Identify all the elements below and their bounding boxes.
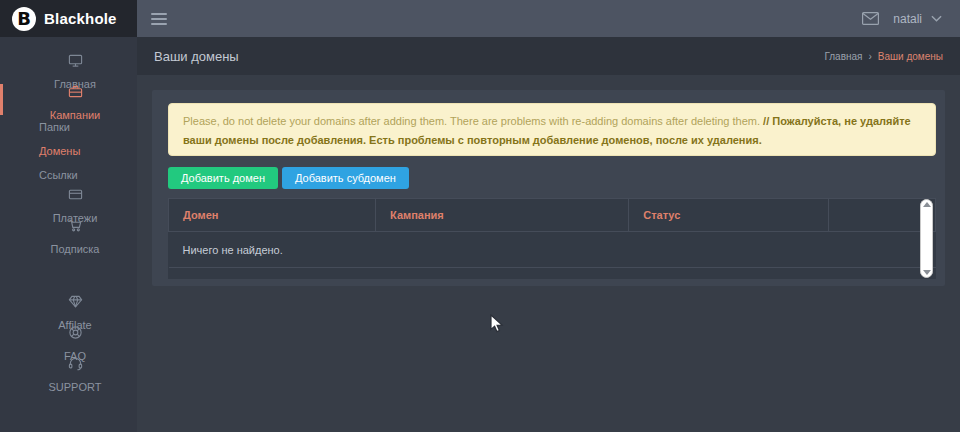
sidebar-item-affiliate[interactable]: Affilate	[0, 294, 137, 325]
brand-logo-icon: B	[12, 7, 36, 31]
column-header-campaign[interactable]: Кампания	[376, 199, 629, 232]
empty-table-message: Ничего не найдено.	[169, 232, 936, 268]
sidebar-item-label: Подписка	[51, 243, 100, 255]
cart-icon	[68, 218, 83, 233]
sidebar-item-label: Ссылки	[39, 169, 78, 181]
headset-icon	[68, 356, 83, 371]
actions-row: Добавить домен Добавить субдомен	[168, 167, 936, 189]
sidebar-item-campaigns[interactable]: Кампании	[0, 84, 137, 115]
sidebar-item-payments[interactable]: Платежи	[0, 187, 137, 218]
sidebar-item-label: Кампании	[50, 109, 101, 121]
sidebar-item-links[interactable]: Ссылки	[0, 163, 137, 187]
main-area: natali Ваши домены Главная › Ваши домены…	[137, 0, 960, 432]
page-title: Ваши домены	[154, 49, 239, 64]
diamond-icon	[68, 294, 83, 309]
alert-text-en: Please, do not delete your domains after…	[183, 115, 763, 127]
sidebar: B Blackhole Главная Кампании Папки Домен…	[0, 0, 137, 432]
domains-table-container: Домен Кампания Статус Ничего не найдено.	[168, 198, 936, 279]
brand-logo[interactable]: B Blackhole	[0, 0, 137, 37]
table-header-row: Домен Кампания Статус	[169, 199, 936, 232]
sidebar-item-subscription[interactable]: Подписка	[0, 218, 137, 249]
sidebar-toggle-button[interactable]	[151, 13, 167, 25]
domains-table: Домен Кампания Статус Ничего не найдено.	[168, 198, 936, 268]
column-header-status[interactable]: Статус	[629, 199, 828, 232]
breadcrumb-home-link[interactable]: Главная	[824, 51, 862, 62]
sidebar-item-label: Домены	[39, 145, 80, 157]
sidebar-nav: Главная Кампании Папки Домены Ссылки Пла…	[0, 37, 137, 387]
monitor-icon	[68, 53, 83, 68]
breadcrumb-current: Ваши домены	[878, 51, 943, 62]
add-domain-button[interactable]: Добавить домен	[168, 167, 278, 189]
content-area: Please, do not delete your domains after…	[137, 75, 960, 432]
page-title-bar: Ваши домены Главная › Ваши домены	[137, 37, 960, 75]
warning-alert: Please, do not delete your domains after…	[168, 103, 936, 156]
column-header-domain[interactable]: Домен	[169, 199, 376, 232]
sidebar-item-faq[interactable]: FAQ	[0, 325, 137, 356]
chevron-down-icon	[931, 15, 942, 22]
table-row: Ничего не найдено.	[169, 232, 936, 268]
scroll-up-icon[interactable]	[923, 202, 931, 207]
sidebar-spacer	[0, 249, 137, 294]
breadcrumb-separator: ›	[868, 51, 871, 62]
topbar-right: natali	[862, 12, 942, 26]
add-subdomain-button[interactable]: Добавить субдомен	[282, 167, 409, 189]
username: natali	[893, 12, 922, 26]
topbar: natali	[137, 0, 960, 37]
sidebar-item-home[interactable]: Главная	[0, 53, 137, 84]
table-scrollbar[interactable]	[920, 199, 933, 278]
sidebar-item-support[interactable]: SUPPORT	[0, 356, 137, 387]
lifebuoy-icon	[68, 325, 83, 340]
credit-card-icon	[68, 187, 83, 202]
sidebar-item-label: Папки	[39, 121, 70, 133]
brand-name: Blackhole	[44, 10, 117, 27]
mail-icon[interactable]	[862, 12, 879, 25]
briefcase-icon	[68, 84, 83, 99]
user-menu[interactable]: natali	[893, 12, 942, 26]
sidebar-item-domains[interactable]: Домены	[0, 139, 137, 163]
domains-panel: Please, do not delete your domains after…	[152, 90, 945, 286]
breadcrumb: Главная › Ваши домены	[824, 51, 943, 62]
sidebar-item-label: SUPPORT	[49, 381, 102, 393]
app-window: B Blackhole Главная Кампании Папки Домен…	[0, 0, 960, 432]
scroll-down-icon[interactable]	[923, 270, 931, 275]
